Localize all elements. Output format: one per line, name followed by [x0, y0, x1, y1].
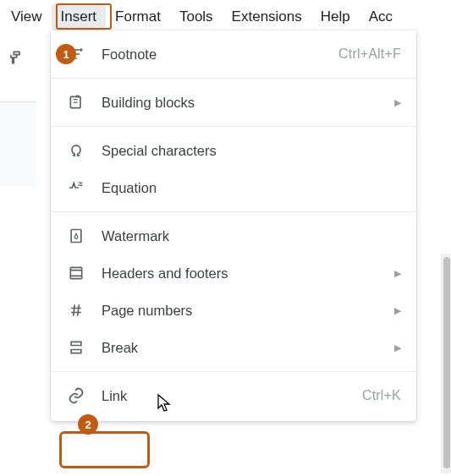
scrollbar[interactable]	[441, 254, 451, 473]
menu-item-break[interactable]: Break ▶	[51, 329, 416, 366]
link-shortcut: Ctrl+K	[362, 388, 401, 403]
menu-item-building-blocks[interactable]: Building blocks ▶	[51, 84, 416, 121]
equation-label: Equation	[102, 180, 401, 196]
menu-item-footnote[interactable]: Footnote Ctrl+Alt+F	[51, 36, 416, 73]
link-highlight-box	[59, 431, 150, 468]
omega-icon	[66, 140, 86, 161]
page-numbers-label: Page numbers	[102, 303, 388, 319]
menu-format[interactable]: Format	[106, 3, 170, 30]
divider	[51, 126, 416, 127]
annotation-badge-1: 1	[56, 44, 76, 64]
menu-extensions[interactable]: Extensions	[223, 3, 311, 30]
chevron-right-icon: ▶	[394, 97, 401, 108]
menu-item-link[interactable]: Link Ctrl+K	[51, 377, 416, 414]
svg-rect-3	[70, 267, 81, 278]
building-blocks-label: Building blocks	[102, 95, 388, 111]
building-blocks-icon	[66, 92, 86, 112]
menu-item-headers-footers[interactable]: Headers and footers ▶	[51, 254, 416, 292]
divider	[51, 211, 416, 212]
chevron-right-icon: ▶	[394, 268, 401, 279]
watermark-icon	[66, 226, 86, 246]
divider	[51, 371, 416, 372]
equation-icon: 2	[66, 178, 86, 198]
menu-view[interactable]: View	[2, 3, 52, 30]
menu-item-special-characters[interactable]: Special characters	[51, 132, 416, 169]
special-characters-label: Special characters	[102, 143, 401, 159]
link-icon	[66, 386, 86, 406]
chevron-right-icon: ▶	[394, 342, 401, 353]
break-icon	[66, 337, 86, 358]
divider	[51, 78, 416, 79]
footnote-shortcut: Ctrl+Alt+F	[338, 47, 401, 62]
headers-footers-label: Headers and footers	[102, 265, 388, 282]
document-edge	[0, 101, 36, 186]
footnote-label: Footnote	[102, 47, 338, 63]
menu-accessibility[interactable]: Acc	[360, 3, 402, 30]
headers-footers-icon	[66, 263, 86, 283]
menu-item-equation[interactable]: 2 Equation	[51, 169, 416, 206]
hash-icon	[66, 300, 86, 320]
toolbar-fragment	[0, 46, 25, 69]
break-label: Break	[102, 340, 388, 356]
link-label: Link	[102, 388, 362, 404]
menu-insert[interactable]: Insert	[52, 3, 107, 30]
annotation-badge-2: 2	[78, 414, 98, 435]
svg-rect-2	[71, 230, 81, 243]
menubar: View Insert Format Tools Extensions Help…	[0, 0, 451, 30]
insert-dropdown: Footnote Ctrl+Alt+F Building blocks ▶ Sp…	[51, 30, 416, 421]
watermark-label: Watermark	[102, 228, 401, 244]
menu-item-page-numbers[interactable]: Page numbers ▶	[51, 292, 416, 329]
paint-format-icon[interactable]	[5, 47, 25, 68]
menu-help[interactable]: Help	[311, 3, 360, 30]
chevron-right-icon: ▶	[394, 305, 401, 316]
scrollbar-thumb[interactable]	[443, 257, 450, 468]
menu-tools[interactable]: Tools	[170, 3, 223, 30]
svg-text:2: 2	[78, 180, 81, 188]
menu-item-watermark[interactable]: Watermark	[51, 217, 416, 254]
